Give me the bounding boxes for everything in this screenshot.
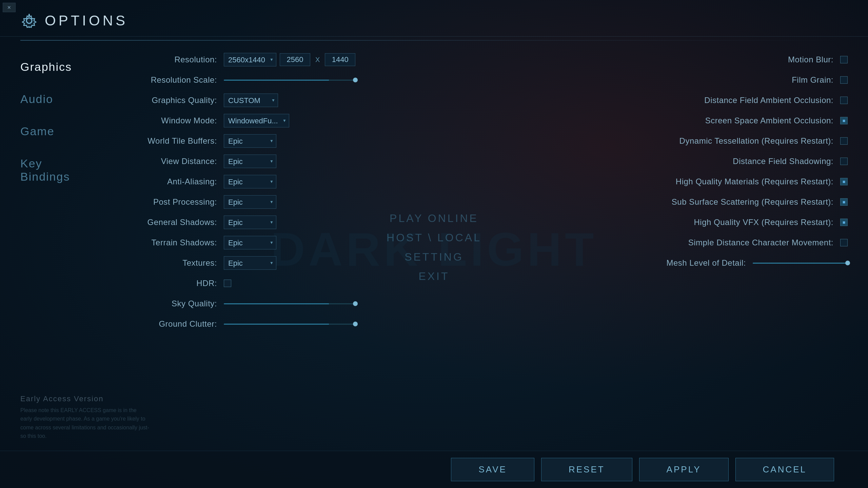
post-processing-control: EpicHighMediumLow <box>224 195 355 209</box>
sky-quality-slider[interactable] <box>224 303 355 304</box>
cancel-button[interactable]: CANCEL <box>735 458 834 481</box>
resolution-x-separator: X <box>315 56 320 64</box>
resolution-scale-row: Resolution Scale: <box>129 71 355 89</box>
simple-distance-checkbox[interactable] <box>840 239 848 246</box>
hdr-control <box>224 280 355 287</box>
view-distance-row: View Distance: EpicHighMediumLow <box>129 152 355 170</box>
terrain-shadows-label: Terrain Shadows: <box>129 238 217 247</box>
sky-quality-label: Sky Quality: <box>129 299 217 308</box>
anti-aliasing-dropdown[interactable]: EpicHighMediumLow <box>224 175 276 188</box>
world-tile-label: World Tile Buffers: <box>129 136 217 146</box>
apply-button[interactable]: APPLY <box>639 458 729 481</box>
resolution-dropdown[interactable]: 868x488 1920x1080 1280x720 <box>224 53 276 66</box>
post-processing-label: Post Processing: <box>129 197 217 207</box>
graphics-quality-dropdown[interactable]: CUSTOM Low Medium High Epic <box>224 94 278 107</box>
film-grain-row: Film Grain: <box>382 71 848 89</box>
view-distance-label: View Distance: <box>129 157 217 166</box>
sidebar-item-game[interactable]: Game <box>20 122 88 141</box>
ground-clutter-label: Ground Clutter: <box>129 319 217 329</box>
resolution-width-input[interactable] <box>280 53 310 66</box>
terrain-shadows-dropdown-wrap: EpicHighMediumLow <box>224 236 276 249</box>
sss-checkbox[interactable] <box>840 198 848 206</box>
window-mode-row: Window Mode: WindowedFu... Windowed Full… <box>129 112 355 129</box>
sky-quality-row: Sky Quality: <box>129 295 355 312</box>
mesh-lod-slider[interactable] <box>753 260 848 266</box>
hdr-label: HDR: <box>129 279 217 288</box>
simple-distance-label: Simple Distance Character Movement: <box>688 238 833 247</box>
reset-button[interactable]: RESET <box>541 458 632 481</box>
anti-aliasing-control: EpicHighMediumLow <box>224 175 355 188</box>
resolution-scale-track <box>224 80 355 81</box>
ground-clutter-handle[interactable] <box>353 322 358 326</box>
mesh-lod-handle[interactable] <box>845 261 850 265</box>
resolution-control: 868x488 1920x1080 1280x720 X <box>224 53 355 66</box>
mesh-lod-label: Mesh Level of Detail: <box>666 258 746 268</box>
motion-blur-row: Motion Blur: <box>382 51 848 68</box>
general-shadows-dropdown[interactable]: EpicHighMediumLow <box>224 216 276 229</box>
settings-panel: Resolution: 868x488 1920x1080 1280x720… <box>108 47 868 481</box>
world-tile-row: World Tile Buffers: EpicHighMediumLow <box>129 132 355 150</box>
dynamic-tess-checkbox[interactable] <box>840 137 848 145</box>
hq-materials-row: High Quality Materials (Requires Restart… <box>382 173 848 190</box>
film-grain-checkbox[interactable] <box>840 76 848 84</box>
mesh-lod-track <box>753 263 848 264</box>
hdr-checkbox[interactable] <box>224 280 231 287</box>
ssao-checkbox[interactable] <box>840 117 848 124</box>
textures-dropdown[interactable]: EpicHighMediumLow <box>224 256 276 270</box>
hdr-row: HDR: <box>129 274 355 292</box>
terrain-shadows-row: Terrain Shadows: EpicHighMediumLow <box>129 234 355 251</box>
terrain-shadows-dropdown[interactable]: EpicHighMediumLow <box>224 236 276 249</box>
view-distance-dropdown[interactable]: EpicHighMediumLow <box>224 155 276 168</box>
textures-control: EpicHighMediumLow <box>224 256 355 270</box>
resolution-scale-control <box>224 80 355 81</box>
view-distance-dropdown-wrap: EpicHighMediumLow <box>224 155 276 168</box>
window-mode-dropdown[interactable]: WindowedFu... Windowed Fullscreen <box>224 114 289 127</box>
sss-row: Sub Surface Scattering (Requires Restart… <box>382 193 848 211</box>
resolution-scale-slider[interactable] <box>224 80 355 81</box>
df-shadow-checkbox[interactable] <box>840 158 848 165</box>
post-processing-dropdown[interactable]: EpicHighMediumLow <box>224 195 276 209</box>
gear-icon <box>20 12 38 29</box>
resolution-label: Resolution: <box>129 55 217 64</box>
mesh-lod-row: Mesh Level of Detail: <box>382 254 848 272</box>
ssao-label: Screen Space Ambient Occlusion: <box>705 116 833 125</box>
textures-label: Textures: <box>129 258 217 268</box>
window-mode-dropdown-wrap: WindowedFu... Windowed Fullscreen <box>224 114 289 127</box>
terrain-shadows-control: EpicHighMediumLow <box>224 236 355 249</box>
hq-materials-checkbox[interactable] <box>840 178 848 185</box>
post-processing-row: Post Processing: EpicHighMediumLow <box>129 193 355 211</box>
graphics-quality-control: CUSTOM Low Medium High Epic <box>224 94 355 107</box>
sidebar-item-audio[interactable]: Audio <box>20 90 88 108</box>
copyright-section: Early Access Version Please note this EA… <box>20 394 149 441</box>
ground-clutter-track <box>224 324 355 325</box>
motion-blur-checkbox[interactable] <box>840 56 848 63</box>
page-title: OPTIONS <box>45 13 128 29</box>
ground-clutter-control <box>224 324 355 325</box>
world-tile-dropdown[interactable]: EpicHighMediumLow <box>224 134 276 148</box>
anti-aliasing-row: Anti-Aliasing: EpicHighMediumLow <box>129 173 355 190</box>
dfao-checkbox[interactable] <box>840 97 848 104</box>
graphics-quality-dropdown-wrap: CUSTOM Low Medium High Epic <box>224 94 278 107</box>
dfao-label: Distance Field Ambient Occlusion: <box>704 96 833 105</box>
copyright-body: Please note this EARLY ACCESS game is in… <box>20 406 149 441</box>
options-header: OPTIONS <box>0 0 868 37</box>
ground-clutter-slider[interactable] <box>224 324 355 325</box>
resolution-scale-handle[interactable] <box>353 78 358 82</box>
hq-vfx-checkbox[interactable] <box>840 219 848 226</box>
hq-vfx-row: High Quality VFX (Requires Restart): <box>382 214 848 231</box>
world-tile-dropdown-wrap: EpicHighMediumLow <box>224 134 276 148</box>
view-distance-control: EpicHighMediumLow <box>224 155 355 168</box>
close-button[interactable] <box>3 3 16 12</box>
textures-row: Textures: EpicHighMediumLow <box>129 254 355 272</box>
save-button[interactable]: SAVE <box>451 458 534 481</box>
df-shadow-row: Distance Field Shadowing: <box>382 152 848 170</box>
sidebar-item-graphics[interactable]: Graphics <box>20 58 88 76</box>
world-tile-control: EpicHighMediumLow <box>224 134 355 148</box>
resolution-height-input[interactable] <box>325 53 355 66</box>
hq-vfx-label: High Quality VFX (Requires Restart): <box>694 218 833 227</box>
hq-materials-label: High Quality Materials (Requires Restart… <box>676 177 833 186</box>
sky-quality-handle[interactable] <box>353 301 358 306</box>
sidebar-item-keybindings[interactable]: Key Bindings <box>20 154 88 186</box>
textures-dropdown-wrap: EpicHighMediumLow <box>224 256 276 270</box>
post-processing-dropdown-wrap: EpicHighMediumLow <box>224 195 276 209</box>
